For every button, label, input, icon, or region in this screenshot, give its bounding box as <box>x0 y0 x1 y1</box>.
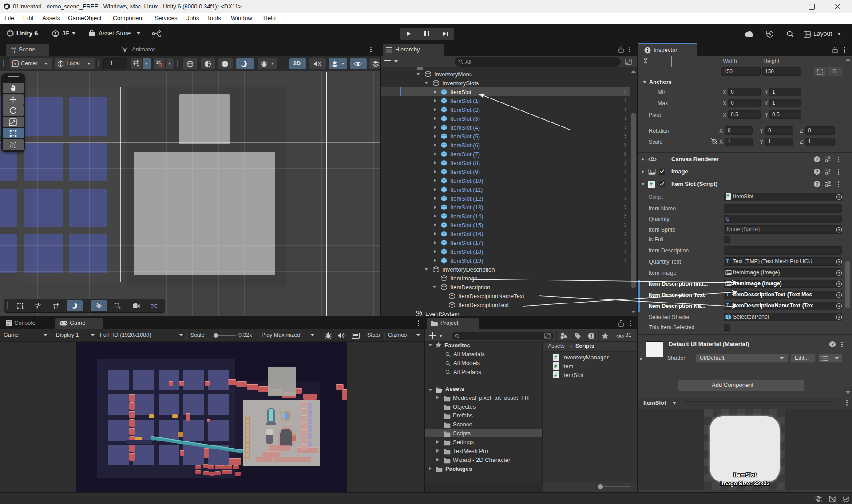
svg-text:?: ? <box>816 169 818 174</box>
svg-text:?: ? <box>816 182 818 187</box>
svg-text:Y: Y <box>137 64 139 67</box>
svg-text:?: ? <box>831 342 834 347</box>
svg-text:?: ? <box>816 157 818 162</box>
